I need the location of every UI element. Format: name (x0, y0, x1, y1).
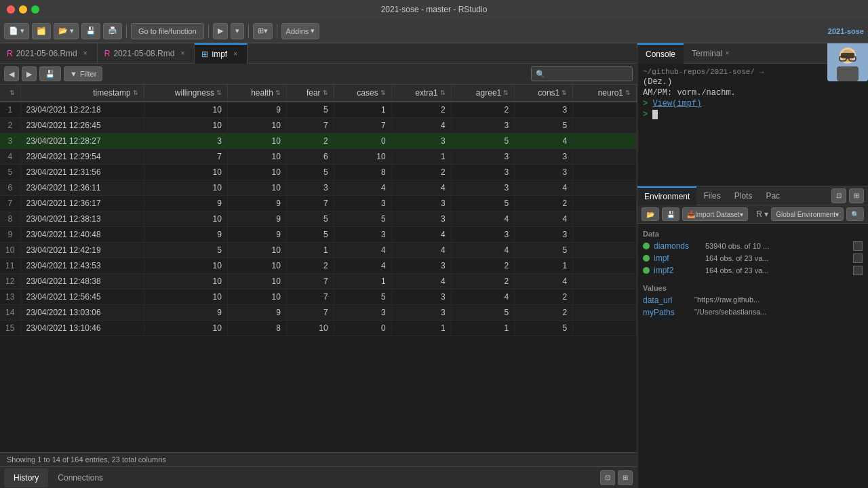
rstudio-logo: 2021-sose (828, 27, 864, 35)
files-tab[interactable]: Files (696, 186, 727, 205)
cell-9-1: 23/04/2021 12:42:19 (20, 243, 144, 258)
data-item-impf[interactable]: impf 164 obs. of 23 va... (643, 252, 863, 264)
col-header-rownum[interactable]: ⇅ (0, 85, 20, 102)
tab-rmd-0508-close[interactable]: × (178, 49, 187, 58)
forward-button[interactable]: ▶ (22, 66, 37, 81)
load-workspace-button[interactable]: 📂 (642, 207, 659, 221)
diamonds-checkbox[interactable] (853, 241, 863, 251)
col-header-cases[interactable]: cases ⇅ (334, 85, 391, 102)
filter-label: Filter (80, 70, 96, 78)
cell-3-2: 7 (144, 149, 227, 165)
cell-6-7: 5 (451, 196, 515, 211)
cell-4-6: 2 (391, 165, 451, 180)
cell-5-6: 4 (391, 180, 451, 196)
back-button[interactable]: ◀ (4, 66, 19, 81)
terminal-tab-label: Terminal (692, 49, 722, 58)
env-icon-2[interactable]: ⊞ (849, 188, 864, 203)
impf-name[interactable]: impf (654, 253, 701, 263)
search-env-button[interactable]: 🔍 (846, 207, 864, 221)
print-icon: 🖨️ (108, 26, 117, 35)
open-file-button[interactable]: 📂▾ (54, 23, 79, 39)
console-area[interactable]: ~/github-repos/2021-sose/ → (Dez.) AM/PM… (637, 64, 868, 186)
cell-9-8: 5 (515, 243, 573, 258)
save-button[interactable]: 💾 (81, 23, 100, 39)
impf-checkbox[interactable] (853, 253, 863, 263)
run-button[interactable]: ▶ (213, 23, 228, 39)
my-paths-key: myPaths (643, 308, 690, 317)
impf2-name[interactable]: impf2 (654, 266, 701, 275)
separator2 (208, 24, 209, 38)
cell-11-7: 2 (451, 274, 515, 289)
cell-0-3: 9 (227, 102, 286, 118)
panel-icon-1[interactable]: ⊡ (600, 470, 615, 485)
cell-10-1: 23/04/2021 12:43:53 (20, 258, 144, 274)
console-tab[interactable]: Console (637, 43, 684, 64)
save-workspace-button[interactable]: 💾 (662, 207, 679, 221)
col-header-fear[interactable]: fear ⇅ (286, 85, 334, 102)
terminal-tab[interactable]: Terminal × (684, 43, 737, 64)
tab-impf[interactable]: ⊞ impf × (195, 43, 248, 64)
terminal-tab-close[interactable]: × (725, 49, 729, 57)
history-tab[interactable]: History (4, 468, 48, 487)
env-icon-1[interactable]: ⊡ (831, 188, 846, 203)
col-header-cons1[interactable]: cons1 ⇅ (515, 85, 573, 102)
filter-button[interactable]: ▼ Filter (64, 66, 102, 81)
tab-rmd-0508[interactable]: R 2021-05-08.Rmd × (98, 43, 195, 64)
go-to-button[interactable]: Go to file/function (131, 23, 204, 39)
impf2-checkbox[interactable] (853, 266, 863, 275)
plots-tab[interactable]: Plots (728, 186, 760, 205)
row-number: 5 (0, 165, 20, 180)
col-header-extra1[interactable]: extra1 ⇅ (391, 85, 451, 102)
tab-impf-close[interactable]: × (231, 49, 240, 59)
cell-7-1: 23/04/2021 12:38:13 (20, 211, 144, 227)
print-button[interactable]: 🖨️ (103, 23, 122, 39)
values-section-header: Values (643, 282, 863, 294)
data-table: ⇅ timestamp ⇅ willingness ⇅ health ⇅ fea… (0, 85, 637, 336)
table-row: 1023/04/2021 12:42:1951014445 (0, 243, 637, 258)
new-project-button[interactable]: 🗂️ (32, 23, 51, 39)
layout-button[interactable]: ⊞▾ (253, 23, 273, 39)
new-file-button[interactable]: 📄▾ (4, 23, 29, 39)
cell-8-9 (573, 227, 637, 243)
tab-rmd-0506[interactable]: R 2021-05-06.Rmd × (0, 43, 98, 64)
data-item-impf2[interactable]: impf2 164 obs. of 23 va... (643, 264, 863, 277)
main-area: R 2021-05-06.Rmd × R 2021-05-08.Rmd × ⊞ … (0, 43, 868, 488)
cell-12-7: 4 (451, 289, 515, 305)
tab-rmd-0506-close[interactable]: × (81, 49, 90, 58)
col-header-willingness[interactable]: willingness ⇅ (144, 85, 227, 102)
data-table-container[interactable]: ⇅ timestamp ⇅ willingness ⇅ health ⇅ fea… (0, 85, 637, 452)
cell-3-9 (573, 149, 637, 165)
col-header-neuro1[interactable]: neuro1 ⇅ (573, 85, 637, 102)
panel-icon-2[interactable]: ⊞ (618, 470, 633, 485)
col-header-agree1[interactable]: agree1 ⇅ (451, 85, 515, 102)
cell-11-3: 10 (227, 274, 286, 289)
cell-2-6: 3 (391, 134, 451, 149)
connections-tab[interactable]: Connections (48, 468, 113, 487)
view-cmd[interactable]: View(impf) (652, 99, 701, 108)
environment-tab[interactable]: Environment (637, 186, 696, 205)
cell-11-5: 1 (334, 274, 391, 289)
packages-tab-label: Pac (766, 191, 780, 201)
cell-0-9 (573, 102, 637, 118)
close-button[interactable] (7, 5, 15, 14)
env-content: Data diamonds 53940 obs. of 10 ... impf … (637, 224, 868, 488)
impf-dot (643, 255, 650, 262)
packages-tab[interactable]: Pac (759, 186, 787, 205)
col-header-timestamp[interactable]: timestamp ⇅ (20, 85, 144, 102)
diamonds-name[interactable]: diamonds (654, 241, 701, 251)
viewer-save-button[interactable]: 💾 (39, 66, 61, 81)
history-tab-label: History (14, 473, 39, 483)
window-controls[interactable] (7, 5, 39, 14)
data-item-diamonds[interactable]: diamonds 53940 obs. of 10 ... (643, 240, 863, 252)
global-env-button[interactable]: Global Environment ▾ (771, 207, 844, 221)
addins-button[interactable]: Addins ▾ (281, 23, 320, 39)
import-dataset-button[interactable]: 📥 Import Dataset ▾ (682, 207, 748, 221)
cell-0-7: 2 (451, 102, 515, 118)
search-box[interactable]: 🔍 (531, 66, 633, 81)
maximize-button[interactable] (31, 5, 39, 14)
source-button[interactable]: ▾ (231, 23, 244, 39)
minimize-button[interactable] (19, 5, 27, 14)
cell-2-5: 0 (334, 134, 391, 149)
cell-8-1: 23/04/2021 12:40:48 (20, 227, 144, 243)
col-header-health[interactable]: health ⇅ (227, 85, 286, 102)
